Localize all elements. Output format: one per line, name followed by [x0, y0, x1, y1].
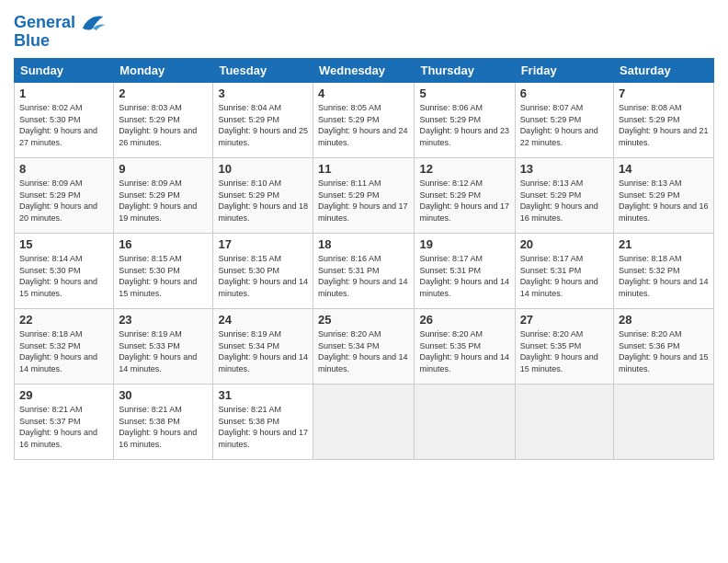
- day-info: Sunrise: 8:08 AMSunset: 5:29 PMDaylight:…: [619, 103, 709, 147]
- calendar-week-3: 15 Sunrise: 8:14 AMSunset: 5:30 PMDaylig…: [15, 234, 714, 309]
- day-number: 20: [520, 237, 609, 251]
- calendar-cell: 18 Sunrise: 8:16 AMSunset: 5:31 PMDaylig…: [313, 234, 415, 309]
- day-info: Sunrise: 8:09 AMSunset: 5:29 PMDaylight:…: [119, 178, 197, 223]
- day-info: Sunrise: 8:13 AMSunset: 5:29 PMDaylight:…: [619, 178, 709, 223]
- day-number: 27: [520, 313, 609, 327]
- day-number: 11: [318, 162, 409, 176]
- calendar-cell: 17 Sunrise: 8:15 AMSunset: 5:30 PMDaylig…: [213, 234, 313, 309]
- day-number: 1: [19, 86, 108, 100]
- day-info: Sunrise: 8:20 AMSunset: 5:35 PMDaylight:…: [520, 329, 598, 373]
- day-number: 21: [619, 237, 709, 251]
- day-number: 29: [19, 388, 108, 402]
- day-info: Sunrise: 8:06 AMSunset: 5:29 PMDaylight:…: [419, 103, 509, 147]
- day-info: Sunrise: 8:14 AMSunset: 5:30 PMDaylight:…: [19, 254, 97, 298]
- calendar-cell: 15 Sunrise: 8:14 AMSunset: 5:30 PMDaylig…: [15, 234, 114, 309]
- calendar-cell: 8 Sunrise: 8:09 AMSunset: 5:29 PMDayligh…: [15, 158, 114, 234]
- day-number: 25: [318, 313, 409, 327]
- calendar-cell: 14 Sunrise: 8:13 AMSunset: 5:29 PMDaylig…: [614, 158, 714, 234]
- logo: General Blue: [14, 9, 107, 51]
- calendar-cell: 7 Sunrise: 8:08 AMSunset: 5:29 PMDayligh…: [614, 83, 714, 158]
- calendar-header-friday: Friday: [515, 59, 613, 83]
- calendar-cell: 3 Sunrise: 8:04 AMSunset: 5:29 PMDayligh…: [213, 83, 313, 158]
- day-info: Sunrise: 8:16 AMSunset: 5:31 PMDaylight:…: [318, 254, 408, 298]
- calendar-cell: 29 Sunrise: 8:21 AMSunset: 5:37 PMDaylig…: [15, 385, 114, 460]
- calendar-week-2: 8 Sunrise: 8:09 AMSunset: 5:29 PMDayligh…: [15, 158, 714, 234]
- calendar-cell: 25 Sunrise: 8:20 AMSunset: 5:34 PMDaylig…: [313, 309, 415, 385]
- day-info: Sunrise: 8:03 AMSunset: 5:29 PMDaylight:…: [119, 103, 197, 147]
- day-info: Sunrise: 8:20 AMSunset: 5:36 PMDaylight:…: [619, 329, 709, 373]
- day-number: 18: [318, 237, 409, 251]
- day-number: 14: [619, 162, 709, 176]
- day-number: 13: [520, 162, 609, 176]
- calendar-week-5: 29 Sunrise: 8:21 AMSunset: 5:37 PMDaylig…: [15, 385, 714, 460]
- calendar-cell: 28 Sunrise: 8:20 AMSunset: 5:36 PMDaylig…: [614, 309, 714, 385]
- day-info: Sunrise: 8:05 AMSunset: 5:29 PMDaylight:…: [318, 103, 408, 147]
- calendar-header-thursday: Thursday: [415, 59, 515, 83]
- calendar-header-tuesday: Tuesday: [213, 59, 313, 83]
- calendar-cell: 16 Sunrise: 8:15 AMSunset: 5:30 PMDaylig…: [114, 234, 213, 309]
- calendar-cell: [415, 385, 515, 460]
- calendar-cell: 30 Sunrise: 8:21 AMSunset: 5:38 PMDaylig…: [114, 385, 213, 460]
- day-info: Sunrise: 8:21 AMSunset: 5:38 PMDaylight:…: [119, 405, 197, 449]
- calendar-cell: 19 Sunrise: 8:17 AMSunset: 5:31 PMDaylig…: [415, 234, 515, 309]
- calendar-cell: 24 Sunrise: 8:19 AMSunset: 5:34 PMDaylig…: [213, 309, 313, 385]
- calendar-cell: 4 Sunrise: 8:05 AMSunset: 5:29 PMDayligh…: [313, 83, 415, 158]
- day-info: Sunrise: 8:17 AMSunset: 5:31 PMDaylight:…: [520, 254, 598, 298]
- logo-bird-icon: [79, 9, 107, 37]
- calendar-week-1: 1 Sunrise: 8:02 AMSunset: 5:30 PMDayligh…: [15, 83, 714, 158]
- calendar-cell: 5 Sunrise: 8:06 AMSunset: 5:29 PMDayligh…: [415, 83, 515, 158]
- day-number: 4: [318, 86, 409, 100]
- day-number: 28: [619, 313, 709, 327]
- logo-text: General: [14, 14, 75, 32]
- day-info: Sunrise: 8:11 AMSunset: 5:29 PMDaylight:…: [318, 178, 408, 223]
- day-number: 23: [119, 313, 208, 327]
- calendar-cell: 21 Sunrise: 8:18 AMSunset: 5:32 PMDaylig…: [614, 234, 714, 309]
- calendar-week-4: 22 Sunrise: 8:18 AMSunset: 5:32 PMDaylig…: [15, 309, 714, 385]
- calendar-header-row: SundayMondayTuesdayWednesdayThursdayFrid…: [15, 59, 714, 83]
- day-info: Sunrise: 8:17 AMSunset: 5:31 PMDaylight:…: [419, 254, 509, 298]
- day-number: 9: [119, 162, 208, 176]
- header: General Blue: [14, 9, 714, 51]
- calendar-cell: [614, 385, 714, 460]
- calendar-cell: 11 Sunrise: 8:11 AMSunset: 5:29 PMDaylig…: [313, 158, 415, 234]
- calendar-cell: 20 Sunrise: 8:17 AMSunset: 5:31 PMDaylig…: [515, 234, 613, 309]
- day-number: 12: [419, 162, 509, 176]
- calendar-cell: 10 Sunrise: 8:10 AMSunset: 5:29 PMDaylig…: [213, 158, 313, 234]
- day-number: 19: [419, 237, 509, 251]
- day-number: 24: [218, 313, 308, 327]
- day-number: 7: [619, 86, 709, 100]
- day-info: Sunrise: 8:19 AMSunset: 5:33 PMDaylight:…: [119, 329, 197, 373]
- calendar-header-sunday: Sunday: [15, 59, 114, 83]
- calendar-cell: 23 Sunrise: 8:19 AMSunset: 5:33 PMDaylig…: [114, 309, 213, 385]
- calendar-cell: 27 Sunrise: 8:20 AMSunset: 5:35 PMDaylig…: [515, 309, 613, 385]
- day-info: Sunrise: 8:04 AMSunset: 5:29 PMDaylight:…: [218, 103, 308, 147]
- day-info: Sunrise: 8:21 AMSunset: 5:37 PMDaylight:…: [19, 405, 97, 449]
- page-container: General Blue SundayMondayTuesdayWednesda…: [0, 0, 728, 469]
- day-number: 31: [218, 388, 308, 402]
- day-number: 26: [419, 313, 509, 327]
- day-info: Sunrise: 8:07 AMSunset: 5:29 PMDaylight:…: [520, 103, 598, 147]
- calendar-header-monday: Monday: [114, 59, 213, 83]
- day-number: 22: [19, 313, 108, 327]
- day-info: Sunrise: 8:20 AMSunset: 5:35 PMDaylight:…: [419, 329, 509, 373]
- day-info: Sunrise: 8:10 AMSunset: 5:29 PMDaylight:…: [218, 178, 308, 223]
- calendar-cell: 9 Sunrise: 8:09 AMSunset: 5:29 PMDayligh…: [114, 158, 213, 234]
- calendar-table: SundayMondayTuesdayWednesdayThursdayFrid…: [14, 58, 714, 460]
- day-number: 3: [218, 86, 308, 100]
- calendar-header-saturday: Saturday: [614, 59, 714, 83]
- day-number: 8: [19, 162, 108, 176]
- day-info: Sunrise: 8:20 AMSunset: 5:34 PMDaylight:…: [318, 329, 408, 373]
- calendar-cell: 31 Sunrise: 8:21 AMSunset: 5:38 PMDaylig…: [213, 385, 313, 460]
- day-number: 16: [119, 237, 208, 251]
- calendar-header-wednesday: Wednesday: [313, 59, 415, 83]
- calendar-cell: 1 Sunrise: 8:02 AMSunset: 5:30 PMDayligh…: [15, 83, 114, 158]
- day-info: Sunrise: 8:18 AMSunset: 5:32 PMDaylight:…: [619, 254, 709, 298]
- day-info: Sunrise: 8:02 AMSunset: 5:30 PMDaylight:…: [19, 103, 97, 147]
- day-info: Sunrise: 8:12 AMSunset: 5:29 PMDaylight:…: [419, 178, 509, 223]
- day-number: 30: [119, 388, 208, 402]
- day-number: 15: [19, 237, 108, 251]
- day-info: Sunrise: 8:13 AMSunset: 5:29 PMDaylight:…: [520, 178, 598, 223]
- day-info: Sunrise: 8:19 AMSunset: 5:34 PMDaylight:…: [218, 329, 308, 373]
- day-info: Sunrise: 8:09 AMSunset: 5:29 PMDaylight:…: [19, 178, 97, 223]
- day-info: Sunrise: 8:15 AMSunset: 5:30 PMDaylight:…: [119, 254, 197, 298]
